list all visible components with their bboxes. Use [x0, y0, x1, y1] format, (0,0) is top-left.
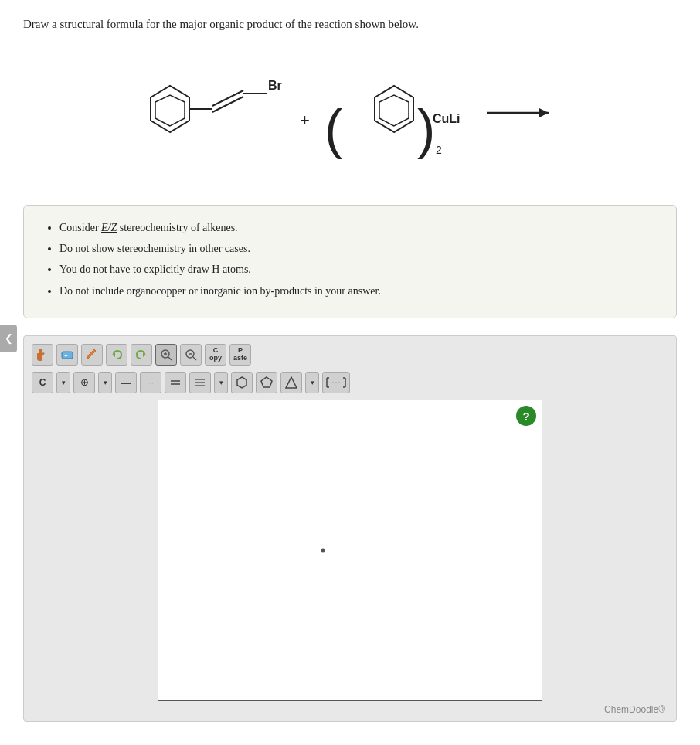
hints-box: Consider E/Z stereochemistry of alkenes.…	[23, 205, 677, 319]
canvas-wrapper[interactable]: ?	[158, 400, 542, 701]
double-bond-button[interactable]	[165, 372, 186, 393]
svg-text:CuLi: CuLi	[433, 112, 460, 125]
bracket-icon	[325, 376, 348, 389]
charge-button[interactable]: ⊕	[73, 372, 95, 393]
double-bond-icon	[169, 377, 182, 388]
toolbar-top: ✦	[29, 341, 671, 369]
charge-icon: ⊕	[80, 376, 89, 389]
svg-line-27	[193, 357, 196, 360]
svg-marker-35	[286, 377, 297, 388]
svg-text:): )	[417, 99, 435, 159]
hexagon-icon	[236, 376, 248, 389]
charge-dropdown-icon: ▾	[104, 379, 107, 386]
copy-button[interactable]: Copy	[205, 344, 226, 366]
zoom-out-button[interactable]	[180, 344, 202, 366]
svg-marker-15	[539, 108, 549, 117]
copy-label: Copy	[209, 347, 222, 362]
paste-label: Paste	[233, 347, 247, 362]
bond-dropdown-button[interactable]: ▾	[214, 372, 228, 393]
bond-dropdown-icon: ▾	[219, 379, 223, 386]
undo-icon	[110, 349, 123, 361]
svg-marker-9	[375, 86, 413, 132]
chemdoodle-canvas[interactable]	[158, 400, 542, 701]
hint-item-1: Consider E/Z stereochemistry of alkenes.	[59, 219, 658, 236]
zoom-in-icon	[160, 349, 172, 361]
reaction-area: Br + ( ) CuLi 2	[23, 47, 677, 186]
svg-text:✦: ✦	[63, 352, 69, 359]
pentagon-icon	[260, 376, 273, 389]
redo-button[interactable]	[131, 344, 152, 366]
svg-marker-33	[237, 377, 246, 388]
svg-line-24	[168, 357, 172, 360]
carbon-dropdown-button[interactable]: ▾	[56, 372, 70, 393]
zoom-out-icon	[185, 349, 197, 361]
eraser-button[interactable]: ✦	[56, 344, 78, 366]
triangle-icon	[285, 376, 297, 389]
svg-marker-10	[379, 95, 409, 126]
undo-button[interactable]	[106, 344, 127, 366]
help-button[interactable]: ?	[516, 406, 536, 426]
dashed-bond-button[interactable]: ···	[140, 372, 161, 393]
charge-dropdown-button[interactable]: ▾	[98, 372, 112, 393]
page-container: Draw a structural formula for the major …	[0, 0, 700, 745]
carbon-dropdown-icon: ▾	[62, 379, 66, 386]
svg-text:Br: Br	[268, 79, 282, 92]
shape-dropdown-button[interactable]: ▾	[305, 372, 319, 393]
triangle-button[interactable]	[280, 372, 302, 393]
watermark-text: ChemDoodle®	[604, 704, 665, 715]
watermark: ChemDoodle®	[29, 701, 671, 716]
pencil-button[interactable]	[81, 344, 103, 366]
hand-icon	[36, 349, 49, 361]
question-label: Draw a structural formula for the major …	[23, 18, 419, 30]
svg-text:(: (	[325, 99, 342, 159]
bracket-button[interactable]	[322, 372, 350, 393]
zoom-in-button[interactable]	[155, 344, 177, 366]
chemdoodle-container: ✦	[23, 335, 677, 722]
single-bond-button[interactable]: —	[115, 372, 137, 393]
redo-icon	[135, 349, 148, 361]
reaction-svg: Br + ( ) CuLi 2	[70, 47, 572, 186]
pentagon-button[interactable]	[256, 372, 277, 393]
svg-marker-34	[261, 377, 272, 387]
triple-bond-button[interactable]	[189, 372, 211, 393]
svg-text:2: 2	[436, 144, 442, 156]
dashed-bond-icon: ···	[148, 378, 152, 387]
pencil-icon	[86, 349, 98, 361]
svg-marker-0	[151, 86, 189, 132]
paste-button[interactable]: Paste	[229, 344, 251, 366]
hand-tool-button[interactable]	[32, 344, 53, 366]
triple-bond-icon	[194, 377, 206, 388]
sidebar-arrow-icon: ❮	[5, 332, 13, 345]
sidebar-arrow[interactable]: ❮	[0, 325, 17, 352]
hint-item-4: Do not include organocopper or inorganic…	[59, 283, 658, 300]
canvas-dot	[321, 549, 325, 553]
hints-list: Consider E/Z stereochemistry of alkenes.…	[42, 219, 658, 301]
hint-item-2: Do not show stereochemistry in other cas…	[59, 240, 658, 257]
carbon-button[interactable]: C	[32, 372, 53, 393]
toolbar-bottom: C ▾ ⊕ ▾ — ···	[29, 372, 671, 396]
svg-marker-1	[155, 95, 185, 126]
single-bond-icon: —	[121, 376, 131, 389]
svg-text:+: +	[300, 111, 310, 130]
question-text: Draw a structural formula for the major …	[23, 15, 677, 33]
hexagon-button[interactable]	[231, 372, 253, 393]
hint-item-3: You do not have to explicitly draw H ato…	[59, 261, 658, 278]
shape-dropdown-icon: ▾	[311, 379, 314, 386]
carbon-icon: C	[39, 377, 46, 388]
eraser-icon: ✦	[61, 349, 73, 361]
